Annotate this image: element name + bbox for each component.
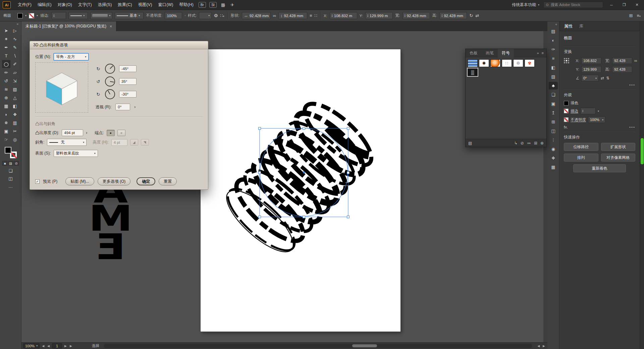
y-rotation-input[interactable]: 35°	[119, 78, 137, 85]
menubar-item[interactable]: 效果(C)	[115, 0, 135, 10]
share-icon[interactable]: ✈	[228, 2, 236, 7]
align-options-icon[interactable]: ⊞	[629, 13, 633, 18]
x-rotation-input[interactable]: -45°	[119, 65, 137, 72]
symbol-item-1[interactable]	[468, 59, 478, 67]
stroke-link[interactable]: 描边	[571, 109, 578, 114]
width-profile-select[interactable]: ▾	[68, 12, 88, 19]
quick-action-button[interactable]: 排列	[564, 154, 598, 162]
minimize-button[interactable]: ─	[607, 1, 616, 8]
ellipse-tool[interactable]: ◯	[2, 60, 10, 68]
free-transform-tool[interactable]: ▧	[11, 85, 19, 93]
graphic-styles-panel-icon[interactable]: ❖	[549, 154, 558, 162]
stroke-weight-input[interactable]: ▴▾	[580, 108, 596, 114]
artboard-number-input[interactable]: 1	[52, 343, 62, 348]
document-setup-icon[interactable]: ∷▾	[220, 13, 224, 18]
quick-action-button[interactable]: 扩展形状	[601, 143, 636, 151]
more-options-button[interactable]: 更多选项 (O)	[98, 177, 131, 185]
stroke-style-select[interactable]: 基本▾	[115, 12, 144, 19]
new-symbol-icon[interactable]: ⊞	[534, 141, 537, 146]
fill-swatch[interactable]	[5, 147, 11, 154]
edit-toolbar-icon[interactable]: …	[8, 184, 13, 189]
stroke-panel-icon[interactable]: ≡	[549, 55, 558, 62]
x-rotation-dial[interactable]	[105, 64, 115, 74]
symbol-item-6[interactable]: ✾	[525, 59, 535, 67]
tab-swatches[interactable]: 色板	[466, 49, 482, 57]
eyedropper-tool[interactable]: ◗	[2, 110, 10, 118]
symbol-item-4[interactable]: ∷	[502, 59, 512, 67]
paintbrush-tool[interactable]: ✐	[11, 60, 19, 68]
artboard[interactable]	[201, 49, 400, 332]
place-symbol-icon[interactable]: ↳	[514, 141, 518, 146]
gradient-tool[interactable]: ◧	[11, 102, 19, 110]
hand-tool[interactable]: ☞	[2, 135, 10, 143]
quick-action-button[interactable]: 对齐像素网格	[601, 154, 636, 162]
menubar-item[interactable]: 文字(T)	[75, 0, 95, 10]
height-input[interactable]: 92.428	[612, 66, 632, 73]
appearance-panel-icon[interactable]: ◉	[549, 145, 558, 153]
transform-panel-icon[interactable]: ⊞	[549, 118, 558, 126]
cube-preview[interactable]	[35, 62, 88, 113]
menubar-item[interactable]: 编辑(E)	[35, 0, 55, 10]
app-logo[interactable]: Ai	[3, 1, 11, 8]
width-input[interactable]: ▴▾92.428 mm	[402, 12, 430, 19]
screen-mode-icon[interactable]: ◫	[8, 176, 12, 181]
cap-solid-button[interactable]: ●	[107, 130, 115, 136]
chevron-down-icon[interactable]: ▾	[598, 110, 599, 113]
layers-panel-icon[interactable]: ❏	[549, 91, 558, 99]
preview-checkbox[interactable]: ✓	[35, 179, 40, 184]
lasso-tool[interactable]: ∿	[11, 35, 19, 43]
control-bar-menu-icon[interactable]: ≡▾	[637, 13, 641, 18]
rotate-tool[interactable]: ↺	[2, 77, 10, 85]
delete-symbol-icon[interactable]: ⊗	[540, 141, 544, 146]
reset-button[interactable]: 重置	[159, 177, 177, 185]
color-panel-icon[interactable]: ◐	[549, 37, 558, 44]
y-rotation-dial[interactable]	[105, 76, 115, 86]
none-button[interactable]: ⊘	[14, 161, 19, 166]
stroke-color-swatch[interactable]	[564, 109, 569, 113]
prev-artboard-icon[interactable]: ◀	[47, 344, 50, 348]
shape-height-input[interactable]: ↕92.428 mm	[278, 12, 307, 19]
tab-symbols[interactable]: 符号	[498, 49, 514, 57]
chevron-down-icon[interactable]: ▾	[25, 14, 26, 17]
panel-scrollbar[interactable]	[640, 21, 644, 349]
tab-close-icon[interactable]: ×	[110, 24, 112, 29]
cap-hollow-button[interactable]: ○	[117, 130, 125, 136]
gradient-button[interactable]: ▨	[8, 161, 13, 166]
panel-menu-icon[interactable]: ≡	[542, 51, 544, 55]
width-input[interactable]: 92.428	[612, 57, 632, 64]
y-input[interactable]: 129.999	[581, 66, 601, 73]
scrollbar-thumb[interactable]	[641, 138, 644, 164]
next-artboard-icon[interactable]: ▶	[64, 344, 67, 348]
drawing-modes-icon[interactable]: ❏	[9, 168, 13, 173]
pathfinder-panel-icon[interactable]: ◫	[549, 127, 558, 135]
extrude-depth-input[interactable]: 494 pt	[62, 129, 83, 136]
toolbar-collapse-icon[interactable]: «	[16, 21, 21, 26]
link-dimensions-icon[interactable]: ∞	[273, 13, 276, 18]
symbol-item-3[interactable]	[490, 59, 500, 67]
stock-search-input[interactable]: ⊙ 搜索 Adobe Stock	[543, 2, 603, 8]
workspace-switcher[interactable]: 传统基本功能 ▾	[512, 2, 539, 8]
ok-button[interactable]: 确定	[137, 177, 155, 185]
perspective-input[interactable]: 0°	[115, 104, 130, 110]
line-segment-tool[interactable]: ∖	[11, 52, 19, 60]
opacity-select[interactable]: 100%▾	[588, 116, 605, 123]
curvature-tool[interactable]: ✎	[11, 43, 19, 51]
link-dimensions-icon[interactable]: ∞	[634, 58, 637, 63]
mesh-tool[interactable]: ▦	[2, 102, 10, 110]
magic-wand-tool[interactable]: ✶	[2, 35, 10, 43]
scale-tool[interactable]: ⇲	[11, 77, 19, 85]
transparency-panel-icon[interactable]: ▨	[549, 73, 558, 80]
menubar-item[interactable]: 帮助(H)	[176, 0, 197, 10]
blend-tool[interactable]: ❖	[11, 110, 19, 118]
symbol-sprayer-tool[interactable]: ✵	[2, 119, 10, 127]
quick-action-button[interactable]: 位移路径	[564, 143, 598, 151]
y-position-input[interactable]: ▴▾129.999 m	[365, 12, 393, 19]
brush-definition-select[interactable]: ▾	[90, 12, 112, 19]
dock-collapse-icon[interactable]: «	[555, 22, 559, 26]
map-art-button[interactable]: 贴图 (M)...	[65, 177, 94, 185]
first-artboard-icon[interactable]: ◀	[41, 344, 45, 348]
x-input[interactable]: 108.832	[581, 57, 601, 64]
menubar-item[interactable]: 文件(F)	[15, 0, 35, 10]
layout-switcher-icon[interactable]: ▦▾	[219, 2, 227, 7]
shape-properties-icon[interactable]: ≡	[310, 13, 312, 18]
